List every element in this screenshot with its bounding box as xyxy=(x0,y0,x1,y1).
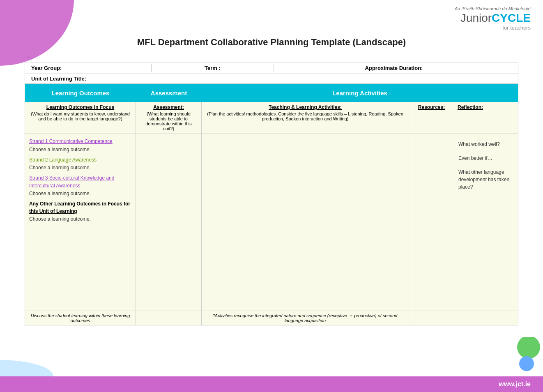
logo-tagline: An tSraith Shóisearach do Mhúinteoirí xyxy=(455,6,531,11)
col-header-resources-title: Resources: xyxy=(412,104,451,110)
arrow-header-row: Learning Outcomes Assessment Learning Ac… xyxy=(25,84,518,102)
col-header-reflection-title: Reflection: xyxy=(458,104,515,110)
bottom-note-resources xyxy=(409,311,454,325)
reflection-q2: Even better if… xyxy=(458,154,514,162)
unit-label: Unit of Learning Title: xyxy=(31,76,86,82)
col-header-outcomes-title: Learning Outcomes in Focus xyxy=(28,104,132,110)
add-button-row: + xyxy=(25,54,518,61)
strand1-link[interactable]: Strand 1 Communicative Competence xyxy=(29,137,131,145)
reflection-q3: What other language development has take… xyxy=(458,168,514,191)
strand2-link[interactable]: Strand 2 Language Awareness xyxy=(29,156,131,163)
col-header-outcomes: Learning Outcomes in Focus (What do I wa… xyxy=(25,102,136,134)
logo-main: JuniorCYCLE xyxy=(455,12,531,24)
deco-top-left xyxy=(0,0,82,66)
col-header-activities-desc: (Plan the activities/ methodologies. Con… xyxy=(205,111,405,121)
col-header-resources: Resources: xyxy=(409,102,454,134)
strand1-choose: Choose a learning outcome. xyxy=(29,147,131,152)
logo-area: An tSraith Shóisearach do Mhúinteoirí Ju… xyxy=(455,6,531,31)
logo-teachers: for teachers xyxy=(455,25,531,31)
col-header-activities-title: Teaching & Learning Activities: xyxy=(205,104,405,110)
bottom-note-row: Discuss the student learning within thes… xyxy=(25,311,518,325)
duration-label: Approximate Duration: xyxy=(274,64,514,72)
other-outcomes: Any Other Learning Outcomes in Focus for… xyxy=(29,200,131,214)
logo-junior: Junior xyxy=(460,12,492,24)
footer: www.jct.ie xyxy=(0,376,543,392)
content-row: Strand 1 Communicative Competence Choose… xyxy=(25,134,518,311)
bottom-note-activities: *Activities recognise the integrated nat… xyxy=(202,311,409,325)
header-learning-outcomes: Learning Outcomes xyxy=(25,86,136,100)
col-header-reflection: Reflection: xyxy=(454,102,518,134)
col-header-outcomes-desc: (What do I want my students to know, und… xyxy=(28,111,132,121)
other-choose: Choose a learning outcome. xyxy=(29,216,131,222)
resources-content xyxy=(409,134,454,311)
col-headers-row: Learning Outcomes in Focus (What do I wa… xyxy=(25,102,518,134)
svg-point-2 xyxy=(0,360,53,376)
strand3-link[interactable]: Strand 3 Socio-cultural Knowledge and In… xyxy=(29,174,131,189)
outcomes-content: Strand 1 Communicative Competence Choose… xyxy=(25,134,136,311)
planning-table: Year Group: Term : Approximate Duration:… xyxy=(25,62,518,325)
activities-content xyxy=(202,134,409,311)
footer-url: www.jct.ie xyxy=(499,380,531,388)
deco-bottom-left xyxy=(0,352,74,376)
bottom-note-assessment xyxy=(136,311,202,325)
reflection-q1: What worked well? xyxy=(458,141,514,148)
assessment-content xyxy=(136,134,202,311)
strand2-choose: Choose a learning outcome. xyxy=(29,165,131,171)
logo-cycle: CYCLE xyxy=(492,12,531,24)
bottom-note-reflection xyxy=(454,311,518,325)
bottom-note-outcomes: Discuss the student learning within thes… xyxy=(25,311,136,325)
col-header-assessment: Assessment: (What learning should studen… xyxy=(136,102,202,134)
col-header-activities: Teaching & Learning Activities: (Plan th… xyxy=(202,102,409,134)
deco-bottom-right xyxy=(504,337,541,376)
header-assessment: Assessment xyxy=(136,86,202,100)
svg-marker-1 xyxy=(485,84,518,102)
big-arrow xyxy=(485,84,518,102)
svg-point-4 xyxy=(519,356,534,371)
strand3-choose: Choose a learning outcome. xyxy=(29,191,131,196)
svg-point-0 xyxy=(0,0,74,66)
col-header-assessment-title: Assessment: xyxy=(139,104,198,110)
col-header-assessment-desc: (What learning should students be able t… xyxy=(139,111,198,131)
header-learning-activities: Learning Activities xyxy=(202,86,518,100)
svg-point-3 xyxy=(517,337,540,359)
term-label: Term : xyxy=(152,64,274,72)
reflection-content: What worked well? Even better if… What o… xyxy=(454,134,518,311)
